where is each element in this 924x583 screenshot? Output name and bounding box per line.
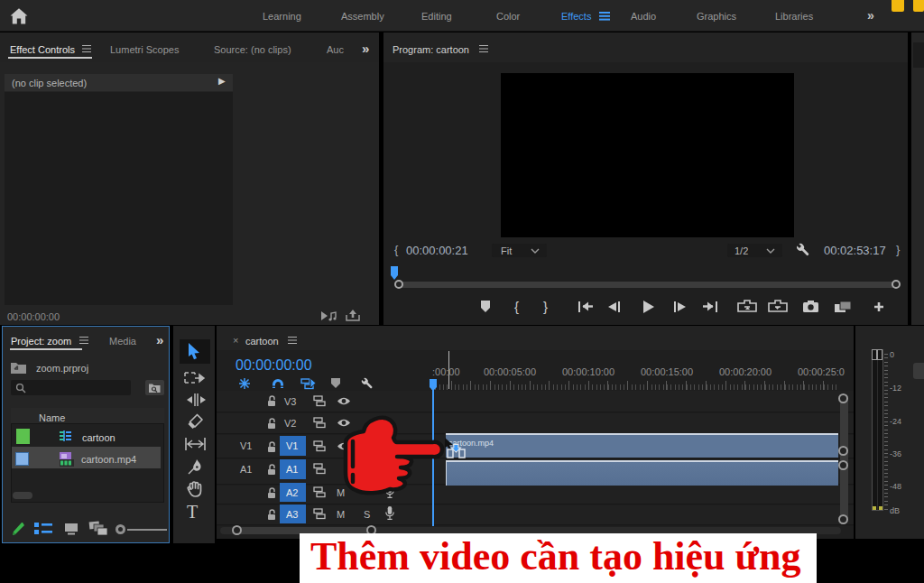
svg-text:{: {	[514, 299, 519, 314]
svg-text:}: }	[543, 299, 548, 314]
